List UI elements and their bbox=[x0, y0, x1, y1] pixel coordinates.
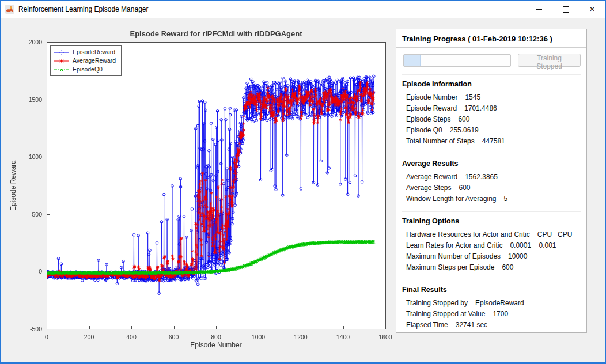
app-window: Reinforcement Learning Episode Manager ✕… bbox=[0, 0, 606, 364]
x-tick-label: 800 bbox=[199, 333, 233, 341]
row-value: CPU CPU bbox=[537, 230, 573, 238]
section-episode-information: Episode Information Episode Number 1545 … bbox=[402, 74, 581, 146]
section-title: Episode Information bbox=[402, 80, 581, 88]
row-value: 5 bbox=[504, 195, 508, 203]
row-label: Episode Number bbox=[406, 93, 457, 101]
maximize-icon bbox=[563, 6, 569, 13]
training-stopped-button[interactable]: Training Stopped bbox=[518, 54, 581, 67]
row-label: Window Length for Averaging bbox=[406, 195, 497, 203]
info-row: Training Stopped at Value 1700 bbox=[402, 308, 581, 319]
row-label: Elapsed Time bbox=[406, 321, 448, 329]
row-label: Average Steps bbox=[406, 184, 452, 192]
chart-legend: EpisodeReward AverageReward EpisodeQ0 bbox=[50, 46, 122, 76]
average-reward-marker-icon bbox=[54, 58, 69, 65]
row-label: Episode Reward bbox=[406, 104, 457, 112]
row-value: 447581 bbox=[482, 137, 505, 145]
matlab-app-icon bbox=[5, 5, 14, 14]
x-tick-label: 1200 bbox=[283, 333, 318, 341]
x-tick-label: 1400 bbox=[326, 333, 361, 341]
close-button[interactable]: ✕ bbox=[579, 1, 605, 18]
x-tick-label: 200 bbox=[72, 333, 107, 341]
info-row: Maximum Number of Episodes 10000 bbox=[402, 251, 581, 261]
section-training-options: Training Options Hardware Resources for … bbox=[402, 211, 581, 272]
episode-q0-marker-icon bbox=[54, 66, 69, 73]
section-final-results: Final Results Training Stopped by Episod… bbox=[402, 280, 581, 330]
section-average-results: Average Results Average Reward 1562.3865… bbox=[402, 154, 581, 204]
progress-row: Training Stopped bbox=[403, 54, 581, 67]
x-axis-label: Episode Number bbox=[47, 341, 385, 349]
x-tick-label: 600 bbox=[157, 333, 191, 341]
row-value: EpisodeReward bbox=[475, 299, 524, 307]
window-title: Reinforcement Learning Episode Manager bbox=[18, 5, 148, 13]
info-row: Episode Number 1545 bbox=[402, 92, 581, 103]
legend-label: EpisodeQ0 bbox=[73, 66, 103, 73]
row-value: 600 bbox=[458, 115, 469, 123]
info-row: Episode Reward 1701.4486 bbox=[402, 103, 581, 113]
row-value: 600 bbox=[502, 263, 513, 271]
legend-item-average-reward: AverageReward bbox=[54, 57, 116, 65]
row-value: 1701.4486 bbox=[464, 104, 497, 112]
row-value: 600 bbox=[459, 184, 471, 192]
info-row: Learn Rates for Actor and Critic 0.0001 … bbox=[402, 240, 581, 251]
row-label: Maximum Number of Episodes bbox=[406, 252, 501, 260]
section-title: Training Options bbox=[402, 217, 581, 225]
x-tick-label: 1000 bbox=[241, 333, 276, 341]
minimize-icon bbox=[536, 9, 542, 10]
info-row: Maximum Steps per Episode 600 bbox=[402, 261, 581, 272]
row-label: Total Number of Steps bbox=[406, 137, 475, 145]
info-row: Training Stopped by EpisodeReward bbox=[402, 297, 581, 308]
info-row: Average Reward 1562.3865 bbox=[402, 171, 581, 182]
chart-title: Episode Reward for rlPFCMdl with rlDDPGA… bbox=[47, 29, 385, 38]
info-row: Window Length for Averaging 5 bbox=[402, 193, 581, 204]
row-value: 10000 bbox=[508, 252, 527, 260]
x-tick-label: 400 bbox=[114, 333, 149, 341]
y-tick-label: 1500 bbox=[17, 96, 42, 104]
legend-item-episode-q0: EpisodeQ0 bbox=[54, 66, 116, 73]
row-label: Average Reward bbox=[406, 173, 457, 181]
row-label: Maximum Steps per Episode bbox=[406, 263, 494, 271]
training-progress-bar bbox=[403, 54, 511, 67]
panel-title: Training Progress ( 01-Feb-2019 10:12:36… bbox=[402, 35, 581, 43]
row-value: 255.0619 bbox=[450, 126, 479, 134]
titlebar: Reinforcement Learning Episode Manager ✕ bbox=[1, 1, 605, 18]
row-label: Training Stopped by bbox=[406, 299, 468, 307]
info-row: Average Steps 600 bbox=[402, 182, 581, 193]
episode-reward-marker-icon bbox=[54, 49, 69, 56]
section-title: Final Results bbox=[402, 286, 581, 294]
minimize-button[interactable] bbox=[526, 1, 552, 18]
training-progress-panel: Training Progress ( 01-Feb-2019 10:12:36… bbox=[396, 29, 587, 333]
y-tick-label: 0 bbox=[17, 267, 42, 275]
close-icon: ✕ bbox=[589, 5, 595, 13]
row-value: 32741 sec bbox=[456, 321, 487, 329]
row-value: 0.0001 0.001 bbox=[510, 241, 556, 249]
x-tick-label: 0 bbox=[29, 333, 64, 341]
y-tick-label: 500 bbox=[17, 210, 42, 218]
window-controls: ✕ bbox=[526, 1, 605, 18]
row-label: Episode Q0 bbox=[406, 126, 442, 134]
info-row: Elapsed Time 32741 sec bbox=[402, 319, 581, 330]
client-area: Episode Reward for rlPFCMdl with rlDDPGA… bbox=[1, 18, 605, 362]
episode-reward-plot: Episode Reward for rlPFCMdl with rlDDPGA… bbox=[5, 22, 392, 357]
y-tick-label: -500 bbox=[17, 325, 42, 333]
info-row: Total Number of Steps 447581 bbox=[402, 135, 581, 146]
row-value: 1700 bbox=[493, 310, 508, 318]
legend-label: EpisodeReward bbox=[73, 48, 115, 56]
row-label: Episode Steps bbox=[406, 115, 450, 123]
info-row: Episode Steps 600 bbox=[402, 113, 581, 124]
y-tick-label: 2000 bbox=[17, 38, 42, 46]
row-label: Training Stopped at Value bbox=[406, 310, 485, 318]
maximize-button[interactable] bbox=[552, 1, 579, 18]
row-value: 1562.3865 bbox=[465, 173, 498, 181]
legend-label: AverageReward bbox=[73, 57, 116, 65]
panel-divider bbox=[396, 47, 586, 48]
x-tick-label: 1600 bbox=[368, 333, 403, 341]
info-row: Hardware Resources for Actor and Critic … bbox=[402, 229, 581, 240]
row-label: Learn Rates for Actor and Critic bbox=[406, 241, 502, 249]
y-axis-label: Episode Reward bbox=[9, 160, 17, 211]
section-title: Average Results bbox=[402, 160, 581, 168]
progress-fill bbox=[404, 55, 421, 66]
row-value: 1545 bbox=[465, 93, 480, 101]
y-tick-label: 1000 bbox=[17, 153, 42, 161]
info-row: Episode Q0 255.0619 bbox=[402, 124, 581, 135]
row-label: Hardware Resources for Actor and Critic bbox=[406, 230, 530, 238]
